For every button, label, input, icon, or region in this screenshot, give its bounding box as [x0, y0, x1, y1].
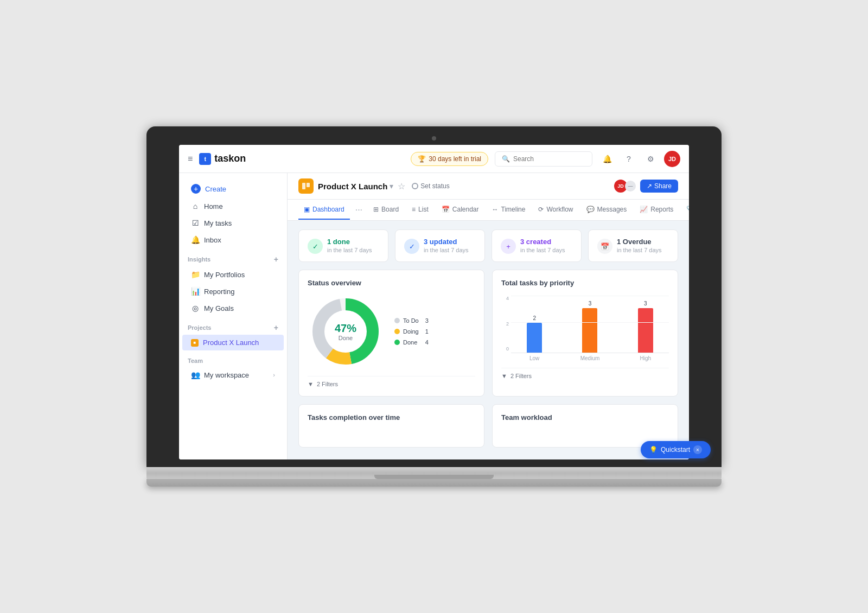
tab-more-icon[interactable]: ···	[352, 200, 366, 220]
bars-container: 2 3	[511, 293, 669, 353]
trophy-icon: 🏆	[418, 155, 426, 163]
workspace-icon: 👥	[191, 371, 200, 379]
updated-icon: ✓	[404, 239, 419, 254]
bar-low	[527, 323, 542, 353]
tab-list[interactable]: ≡ List	[406, 200, 434, 220]
legend-item-doing: Doing 1	[394, 328, 429, 335]
tab-timeline[interactable]: ↔ Timeline	[487, 200, 531, 220]
priority-filters-label: 2 Filters	[510, 373, 532, 379]
notifications-icon[interactable]: 🔔	[599, 151, 615, 167]
dashboard-content: ✓ 1 done in the last 7 days	[288, 221, 689, 459]
tasks-completion-card: Tasks completion over time	[298, 404, 484, 448]
priority-chart-card: Total tasks by priority 4 2 0	[492, 270, 678, 397]
doing-dot	[394, 329, 400, 334]
done-value: 1 done	[327, 238, 372, 246]
share-button[interactable]: ↗ Share	[640, 180, 678, 193]
sidebar-item-goals[interactable]: ◎ My Goals	[182, 300, 284, 316]
created-value: 3 created	[520, 238, 565, 246]
reporting-icon: 📊	[191, 287, 200, 296]
status-filters-label: 2 Filters	[317, 381, 338, 387]
status-overview-footer: ▼ 2 Filters	[308, 376, 475, 387]
trial-badge[interactable]: 🏆 30 days left in trial	[411, 152, 488, 166]
sidebar-item-reporting[interactable]: 📊 Reporting	[182, 283, 284, 299]
sidebar-item-portfolios[interactable]: 📁 My Portfolios	[182, 266, 284, 283]
quickstart-icon: 💡	[649, 446, 658, 454]
tab-reports[interactable]: 📈 Reports	[634, 200, 679, 220]
team-workload-title: Team workload	[501, 413, 669, 422]
x-label-low: Low	[511, 355, 558, 361]
stats-row: ✓ 1 done in the last 7 days	[298, 229, 678, 262]
dashboard-tab-icon: ▣	[304, 206, 310, 213]
bottom-row: Tasks completion over time Team workload	[298, 404, 678, 448]
laptop-frame: ≡ t taskon 🏆 30 days left in trial 🔍	[146, 126, 722, 487]
tab-messages[interactable]: 💬 Messages	[581, 200, 633, 220]
search-icon: 🔍	[502, 155, 510, 163]
main-layout: + Create ⌂ Home ☑ My tasks 🔔	[179, 173, 689, 459]
share-icon: ↗	[647, 182, 652, 190]
sidebar-item-inbox[interactable]: 🔔 Inbox	[182, 232, 284, 248]
overdue-icon: 📅	[597, 239, 612, 254]
search-bar[interactable]: 🔍	[495, 151, 592, 167]
priority-filter-icon: ▼	[501, 373, 507, 379]
workflow-tab-icon: ⟳	[538, 206, 544, 213]
todo-dot	[394, 318, 400, 323]
help-icon[interactable]: ?	[621, 151, 637, 167]
bar-count-high: 3	[644, 301, 647, 306]
sidebar-item-home[interactable]: ⌂ Home	[182, 198, 284, 214]
tab-board[interactable]: ⊞ Board	[368, 200, 404, 220]
project-dropdown-icon[interactable]: ▾	[390, 182, 393, 190]
settings-icon[interactable]: ⚙	[642, 151, 659, 167]
sidebar-item-product-x-launch[interactable]: ■ Product X Launch	[182, 335, 284, 350]
legend-item-done: Done 4	[394, 339, 429, 346]
quickstart-button[interactable]: 💡 Quickstart ×	[641, 441, 689, 458]
y-axis: 4 2 0	[501, 293, 509, 361]
insights-section-header: Insights +	[179, 248, 287, 266]
insights-add-icon[interactable]: +	[274, 255, 278, 264]
inbox-icon: 🔔	[191, 235, 200, 244]
avatar[interactable]: JD	[664, 151, 680, 167]
tab-workflow[interactable]: ⟳ Workflow	[533, 200, 578, 220]
done-dot	[394, 340, 400, 345]
stat-card-overdue: 📅 1 Overdue in the last 7 days	[588, 229, 678, 262]
bar-count-medium: 3	[589, 301, 592, 306]
screen: ≡ t taskon 🏆 30 days left in trial 🔍	[179, 145, 689, 459]
svg-rect-1	[307, 183, 310, 187]
stat-info-created: 3 created in the last 7 days	[520, 238, 565, 253]
stat-header-updated: ✓ 3 updated in the last 7 days	[404, 238, 476, 254]
sidebar-item-my-tasks[interactable]: ☑ My tasks	[182, 215, 284, 231]
portfolios-icon: 📁	[191, 270, 200, 279]
tab-calendar[interactable]: 📅 Calendar	[436, 200, 484, 220]
status-overview-title: Status overview	[308, 279, 475, 287]
status-circle-icon	[412, 183, 418, 189]
updated-value: 3 updated	[424, 238, 469, 246]
projects-add-icon[interactable]: +	[274, 323, 278, 332]
created-sub: in the last 7 days	[520, 247, 565, 253]
tasks-completion-title: Tasks completion over time	[308, 413, 475, 422]
sidebar-item-my-workspace[interactable]: 👥 My workspace ›	[182, 367, 284, 383]
tab-dashboard[interactable]: ▣ Dashboard	[298, 200, 350, 220]
home-icon: ⌂	[191, 202, 200, 210]
more-avatars-icon[interactable]: —	[625, 181, 636, 191]
grid-line-mid	[511, 322, 669, 323]
created-icon: +	[501, 239, 516, 254]
set-status-button[interactable]: Set status	[412, 182, 449, 190]
project-header-actions: JD — ↗ Share	[614, 180, 678, 193]
tab-attachments[interactable]: 📎 Attachments	[681, 200, 689, 220]
project-header: Product X Launch ▾ ☆ Set status JD	[288, 173, 689, 200]
tab-bar: ▣ Dashboard ··· ⊞ Board ≡ List	[288, 200, 689, 221]
camera	[432, 136, 436, 141]
create-button[interactable]: + Create	[182, 180, 284, 197]
messages-tab-icon: 💬	[586, 206, 595, 213]
filter-icon: ▼	[308, 381, 314, 387]
status-overview-card: Status overview	[298, 270, 484, 397]
menu-icon[interactable]: ≡	[188, 154, 193, 164]
bar-group-low: 2	[511, 315, 558, 353]
star-icon[interactable]: ☆	[398, 181, 405, 191]
board-tab-icon: ⊞	[373, 206, 379, 213]
x-labels: Low Medium High	[511, 353, 669, 361]
stat-info-done: 1 done in the last 7 days	[327, 238, 372, 253]
stat-card-done: ✓ 1 done in the last 7 days	[298, 229, 388, 262]
overdue-value: 1 Overdue	[617, 238, 662, 246]
search-input[interactable]	[513, 155, 578, 163]
team-section-header: Team	[179, 351, 287, 366]
